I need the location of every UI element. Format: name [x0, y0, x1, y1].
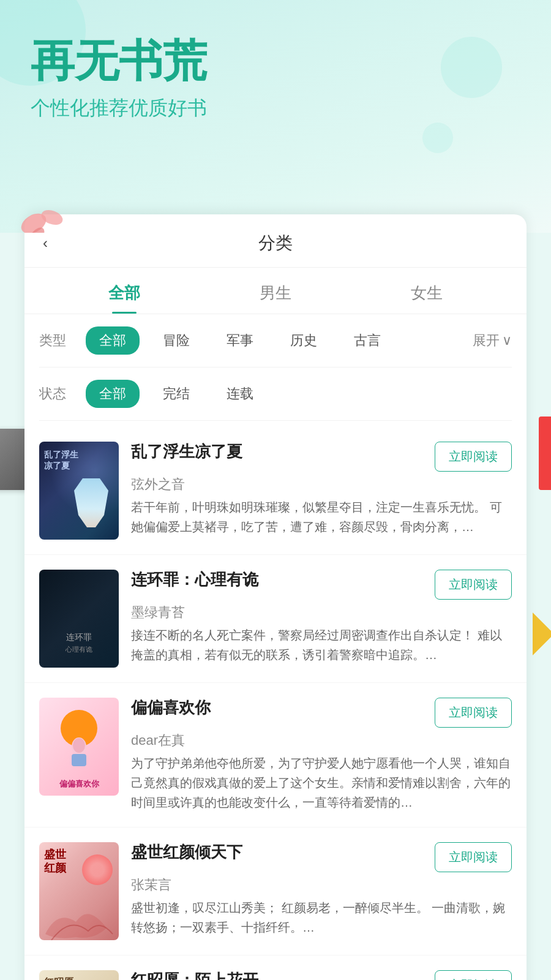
book-title-row-2: 连环罪：心理有诡 立即阅读 — [131, 570, 512, 600]
cover-text-5: 红昭愿 — [44, 976, 73, 980]
book-author-1: 弦外之音 — [131, 475, 512, 494]
back-button[interactable]: ‹ — [43, 235, 48, 252]
book-desc-4: 盛世初逢，叹尽江山秀美； 红颜易老，一醉倾尽半生。 一曲清歌，婉转悠扬；一双素手… — [131, 898, 512, 937]
cover-text-1: 乱了浮生凉了夏 — [44, 449, 78, 471]
status-chip-ongoing[interactable]: 连载 — [213, 380, 267, 408]
status-chip-all[interactable]: 全部 — [86, 380, 140, 408]
book-desc-3: 为了守护弟弟他夺他所爱，为了守护爱人她宁愿看他一个人哭，谁知自己竟然真的假戏真做… — [131, 753, 512, 812]
book-info-3: 偏偏喜欢你 立即阅读 dear在真 为了守护弟弟他夺他所爱，为了守护爱人她宁愿看… — [131, 698, 512, 812]
side-book-right — [539, 417, 551, 490]
cover-text-4: 盛世红颜 — [44, 848, 66, 875]
cover-girl-deco — [70, 478, 113, 540]
read-button-5[interactable]: 立即阅读 — [435, 970, 512, 980]
hero-section: 再无书荒 个性化推荐优质好书 — [0, 0, 551, 233]
svg-point-5 — [73, 738, 85, 753]
book-info-1: 乱了浮生凉了夏 立即阅读 弦外之音 若干年前，叶明珠如明珠璀璨，似繁星夺目，注定… — [131, 442, 512, 540]
type-filter-label: 类型 — [39, 331, 76, 350]
side-triangle — [533, 612, 551, 655]
tab-male[interactable]: 男生 — [260, 282, 291, 314]
book-desc-1: 若干年前，叶明珠如明珠璀璨，似繁星夺目，注定一生喜乐无忧。 可她偏偏爱上莫褚寻，… — [131, 497, 512, 537]
list-item: 连环罪心理有诡 连环罪：心理有诡 立即阅读 墨绿青苔 接连不断的名人死亡案件，警… — [24, 555, 527, 683]
book-cover-3: 偏偏喜欢你 — [39, 698, 119, 796]
hero-subtitle: 个性化推荐优质好书 — [31, 95, 520, 122]
read-button-3[interactable]: 立即阅读 — [435, 698, 512, 728]
book-cover-2: 连环罪心理有诡 — [39, 570, 119, 668]
list-item: 盛世红颜 盛世红颜倾天下 立即阅读 张茉言 盛世初逢，叹尽江山秀美； 红颜易老，… — [24, 827, 527, 956]
cover-flower-svg — [39, 897, 119, 940]
book-author-3: dear在真 — [131, 731, 512, 750]
book-title-row-1: 乱了浮生凉了夏 立即阅读 — [131, 442, 512, 472]
book-title-2: 连环罪：心理有诡 — [131, 570, 258, 590]
type-chip-ancient[interactable]: 古言 — [340, 326, 394, 355]
book-author-4: 张茉言 — [131, 876, 512, 894]
book-title-4: 盛世红颜倾天下 — [131, 842, 242, 863]
deco-circle-3 — [422, 123, 453, 153]
type-chip-history[interactable]: 历史 — [277, 326, 331, 355]
type-chip-adventure[interactable]: 冒险 — [149, 326, 203, 355]
book-title-row-3: 偏偏喜欢你 立即阅读 — [131, 698, 512, 728]
book-info-2: 连环罪：心理有诡 立即阅读 墨绿青苔 接连不断的名人死亡案件，警察局经过周密调查… — [131, 570, 512, 668]
svg-rect-4 — [72, 754, 86, 766]
page-title: 分类 — [258, 232, 293, 255]
book-title-row-5: 红昭愿：陌上花开… 立即阅读 — [131, 970, 512, 980]
gender-tabs: 全部 男生 女生 — [24, 268, 527, 314]
book-title-row-4: 盛世红颜倾天下 立即阅读 — [131, 842, 512, 872]
book-title-3: 偏偏喜欢你 — [131, 698, 211, 718]
cover-flower-deco — [82, 854, 113, 885]
main-card: ‹ 分类 全部 男生 女生 类型 全部 冒险 军事 历史 古言 展开 ∨ 状态 … — [24, 214, 527, 980]
book-list: 乱了浮生凉了夏 乱了浮生凉了夏 立即阅读 弦外之音 若干年前，叶明珠如明珠璀璨，… — [24, 421, 527, 980]
tab-female[interactable]: 女生 — [411, 282, 443, 314]
list-item: 红昭愿 红昭愿：陌上花开… 立即阅读 — [24, 956, 527, 980]
read-button-1[interactable]: 立即阅读 — [435, 442, 512, 472]
cover-text-2: 连环罪心理有诡 — [44, 631, 114, 655]
status-filter-label: 状态 — [39, 385, 76, 403]
list-item: 乱了浮生凉了夏 乱了浮生凉了夏 立即阅读 弦外之音 若干年前，叶明珠如明珠璀璨，… — [24, 427, 527, 555]
book-title-5: 红昭愿：陌上花开… — [131, 970, 274, 980]
book-desc-2: 接连不断的名人死亡案件，警察局经过周密调查作出自杀认定！ 难以掩盖的真相，若有似… — [131, 625, 512, 665]
book-title-1: 乱了浮生凉了夏 — [131, 442, 242, 462]
list-item: 偏偏喜欢你 偏偏喜欢你 立即阅读 dear在真 为了守护弟弟他夺他所爱，为了守护… — [24, 683, 527, 827]
cover-girl-svg — [61, 734, 97, 771]
book-cover-1: 乱了浮生凉了夏 — [39, 442, 119, 540]
expand-button[interactable]: 展开 ∨ — [473, 331, 512, 350]
book-cover-4: 盛世红颜 — [39, 842, 119, 940]
status-filter-row: 状态 全部 完结 连载 — [24, 368, 527, 420]
book-author-2: 墨绿青苔 — [131, 603, 512, 622]
tab-all[interactable]: 全部 — [108, 282, 140, 314]
hero-title: 再无书荒 — [31, 37, 520, 85]
deco-leaf-icon — [18, 202, 67, 233]
type-chip-all[interactable]: 全部 — [86, 326, 140, 355]
book-cover-5: 红昭愿 — [39, 970, 119, 980]
status-chip-finished[interactable]: 完结 — [149, 380, 203, 408]
page-header: ‹ 分类 — [24, 214, 527, 268]
type-filter-row: 类型 全部 冒险 军事 历史 古言 展开 ∨ — [24, 314, 527, 367]
chevron-down-icon: ∨ — [502, 333, 512, 349]
book-info-5: 红昭愿：陌上花开… 立即阅读 — [131, 970, 512, 980]
read-button-2[interactable]: 立即阅读 — [435, 570, 512, 600]
cover-text-3: 偏偏喜欢你 — [39, 778, 119, 790]
book-info-4: 盛世红颜倾天下 立即阅读 张茉言 盛世初逢，叹尽江山秀美； 红颜易老，一醉倾尽半… — [131, 842, 512, 940]
type-chip-military[interactable]: 军事 — [213, 326, 267, 355]
read-button-4[interactable]: 立即阅读 — [435, 842, 512, 872]
